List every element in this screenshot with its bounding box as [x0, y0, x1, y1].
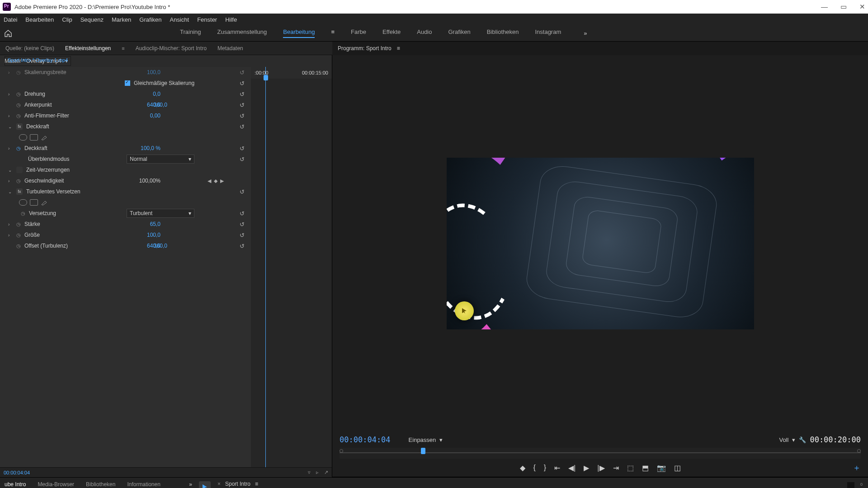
tab-info[interactable]: Informationen [127, 481, 160, 488]
workspace-zusammenstellung[interactable]: Zusammenstellung [217, 28, 267, 38]
menu-clip[interactable]: Clip [62, 16, 72, 23]
tab-audio-mixer[interactable]: Audioclip-Mischer: Sport Intro [136, 45, 207, 52]
tab-effect-controls[interactable]: Effekteinstellungen [65, 45, 111, 52]
stopwatch-icon[interactable]: ◷ [16, 91, 21, 97]
stopwatch-icon[interactable]: ◷ [16, 243, 21, 249]
panel-overflow-icon[interactable]: » [189, 481, 192, 488]
twirl-icon[interactable]: › [8, 222, 13, 227]
effect-controls-timeline[interactable]: :00:00 00:00:15:00 [251, 67, 332, 467]
close-button[interactable]: ✕ [859, 3, 865, 11]
tab-project[interactable]: ube Intro [5, 481, 26, 488]
program-playhead[interactable] [421, 448, 425, 454]
twirl-icon[interactable]: › [8, 92, 13, 97]
twirl-icon[interactable]: › [8, 146, 13, 151]
filter-icon[interactable]: ▿ [308, 469, 311, 475]
reset-icon[interactable]: ↺ [240, 91, 245, 98]
reset-icon[interactable]: ↺ [240, 232, 245, 239]
zoom-fit-dropdown[interactable]: Einpassen ▾ [409, 436, 443, 443]
stopwatch-icon[interactable]: ◷ [16, 70, 21, 75]
workspace-audio[interactable]: Audio [417, 28, 432, 38]
workspace-instagram[interactable]: Instagram [535, 28, 561, 38]
lift-icon[interactable]: ⬚ [627, 464, 634, 472]
val-size[interactable]: 100,0 [147, 232, 160, 238]
reset-icon[interactable]: ↺ [240, 80, 245, 87]
menu-datei[interactable]: Datei [4, 16, 17, 23]
val-antiflicker[interactable]: 0,00 [150, 113, 160, 119]
comparison-view-icon[interactable]: ◫ [674, 464, 681, 472]
step-forward-icon[interactable]: |▶ [597, 464, 604, 472]
program-timecode[interactable]: 00:00:04:04 [340, 435, 391, 444]
stopwatch-icon[interactable]: ◷ [16, 178, 21, 184]
button-editor-plus-icon[interactable]: ＋ [853, 462, 861, 473]
next-keyframe-icon[interactable]: ▶ [220, 178, 224, 184]
maximize-button[interactable]: ▭ [840, 3, 847, 11]
extract-icon[interactable]: ⬒ [642, 464, 649, 472]
selection-tool-icon[interactable] [199, 481, 211, 488]
reset-icon[interactable]: ↺ [240, 156, 245, 163]
panel-menu-icon[interactable]: ≡ [397, 45, 400, 52]
mask-pen-icon[interactable] [41, 134, 49, 141]
stopwatch-icon[interactable]: ◷ [16, 145, 21, 151]
stopwatch-icon[interactable]: ◷ [16, 232, 21, 238]
program-viewport[interactable] [447, 158, 754, 329]
step-back-icon[interactable]: ◀| [568, 464, 576, 472]
minimize-button[interactable]: — [821, 3, 828, 11]
val-opacity[interactable]: 100,0 % [141, 145, 160, 151]
mask-rect-icon[interactable] [30, 199, 38, 206]
mask-ellipse-icon[interactable] [19, 199, 27, 206]
reset-icon[interactable]: ↺ [240, 210, 245, 217]
tab-source[interactable]: Quelle: (keine Clips) [5, 45, 54, 52]
fx-badge-icon[interactable]: fx [16, 188, 23, 195]
menu-hilfe[interactable]: Hilfe [225, 16, 237, 23]
val-rotation[interactable]: 0,0 [153, 91, 160, 97]
reset-icon[interactable]: ↺ [240, 145, 245, 152]
twirl-icon[interactable]: ⌄ [8, 124, 13, 129]
tab-sequence[interactable]: Sport Intro [225, 481, 250, 487]
workspace-effekte[interactable]: Effekte [382, 28, 401, 38]
stopwatch-icon[interactable]: ◷ [16, 221, 21, 227]
stopwatch-icon[interactable]: ◷ [21, 211, 25, 216]
val-anchor-y[interactable]: 360,0 [154, 102, 167, 108]
reset-icon[interactable]: ↺ [240, 221, 245, 228]
mask-pen-icon[interactable] [41, 199, 49, 206]
checkbox-uniform-scale[interactable] [125, 80, 130, 86]
go-to-in-icon[interactable]: ⇤ [554, 464, 560, 472]
play-only-icon[interactable]: ▹ [316, 469, 319, 475]
reset-icon[interactable]: ↺ [240, 243, 245, 249]
menu-marken[interactable]: Marken [112, 16, 131, 23]
out-point-icon[interactable] [857, 449, 861, 453]
fx-badge-icon[interactable]: fx [16, 123, 23, 130]
mask-rect-icon[interactable] [30, 134, 38, 141]
twirl-icon[interactable]: › [8, 178, 13, 183]
dropdown-blendmode[interactable]: Normal ▾ [127, 155, 194, 164]
menu-ansicht[interactable]: Ansicht [170, 16, 189, 23]
twirl-icon[interactable]: ⌄ [8, 189, 13, 194]
twirl-icon[interactable]: › [8, 70, 13, 75]
workspace-bibliotheken[interactable]: Bibliotheken [487, 28, 519, 38]
val-offset-y[interactable]: 360,0 [154, 243, 167, 249]
menu-fenster[interactable]: Fenster [197, 16, 217, 23]
workspace-farbe[interactable]: Farbe [351, 28, 366, 38]
tab-program[interactable]: Programm: Sport Intro [338, 45, 392, 52]
in-point-icon[interactable] [340, 449, 343, 453]
settings-wrench-icon[interactable]: 🔧 [799, 436, 806, 443]
panel-menu-icon[interactable]: ≡ [122, 46, 124, 51]
add-keyframe-icon[interactable]: ◆ [214, 178, 217, 184]
export-icon[interactable]: ↗ [324, 469, 328, 475]
val-speed[interactable]: 100,00% [139, 178, 160, 184]
twirl-icon[interactable]: ⌄ [8, 168, 13, 173]
mask-ellipse-icon[interactable] [19, 134, 27, 141]
workspace-menu-icon[interactable]: ≡ [331, 28, 335, 38]
stopwatch-icon[interactable]: ◷ [16, 102, 21, 108]
dropdown-displacement[interactable]: Turbulent ▾ [127, 209, 194, 218]
workspace-bearbeitung[interactable]: Bearbeitung [283, 28, 315, 38]
ec-playhead[interactable] [265, 67, 266, 467]
menu-sequenz[interactable]: Sequenz [80, 16, 104, 23]
panel-menu-icon[interactable]: ≡ [255, 481, 258, 487]
reset-icon[interactable]: ↺ [240, 69, 245, 76]
mark-out-icon[interactable]: } [544, 464, 546, 472]
tab-libraries[interactable]: Bibliotheken [86, 481, 115, 488]
reset-icon[interactable]: ↺ [240, 113, 245, 119]
program-scrubber[interactable] [340, 448, 861, 459]
tab-metadata[interactable]: Metadaten [217, 45, 243, 52]
